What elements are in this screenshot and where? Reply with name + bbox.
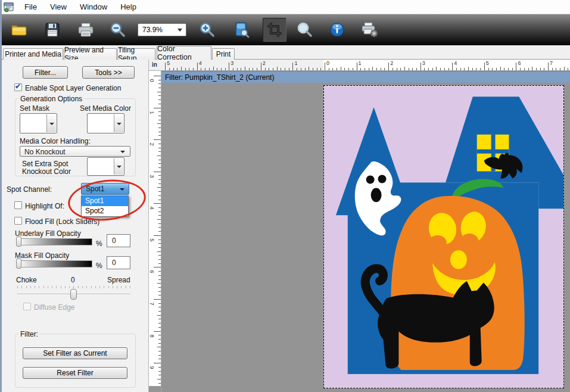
diffuse-edge-label: Diffuse Edge — [34, 303, 75, 312]
underlay-opacity-label: Underlay Fill Opacity — [15, 229, 81, 238]
choke-tick-marks — [17, 286, 130, 288]
underlay-opacity-input[interactable]: 0 — [107, 234, 130, 247]
filter-button[interactable]: Filter... — [23, 66, 68, 79]
flood-fill-checkbox[interactable] — [14, 217, 22, 225]
filter-group-legend: Filter: — [18, 330, 40, 338]
diffuse-edge-checkbox — [23, 303, 31, 310]
chevron-down-icon[interactable] — [114, 114, 123, 132]
chevron-down-icon[interactable] — [114, 158, 123, 175]
zoom-level-value: 73.9% — [138, 26, 163, 34]
ruler-gray-tail — [149, 386, 161, 392]
enable-spot-layer-label: Enable Spot Layer Generation — [25, 84, 121, 92]
underlay-opacity-slider[interactable] — [18, 238, 92, 245]
menu-help[interactable]: Help — [114, 0, 143, 14]
magnifier-icon[interactable] — [295, 20, 315, 40]
chevron-down-icon — [177, 29, 182, 32]
zoom-level-combobox[interactable]: 73.9% — [138, 23, 186, 36]
menu-file[interactable]: File — [18, 0, 43, 14]
tab-strip: Printer and Media Preview and Size Tilin… — [2, 45, 570, 60]
spread-label: Spread — [107, 276, 130, 284]
mask-opacity-label: Mask Fill Opacity — [15, 251, 69, 260]
set-mask-label: Set Mask — [20, 104, 49, 113]
extra-spot-label-line2: Knockout Color — [22, 167, 71, 176]
generation-options-legend: Generation Options — [18, 95, 84, 103]
extra-spot-label-line1: Set Extra Spot — [22, 160, 68, 168]
zoom-in-icon[interactable] — [197, 20, 217, 40]
set-media-color-combobox[interactable] — [87, 113, 124, 133]
enable-spot-layer-checkbox[interactable] — [14, 83, 22, 91]
save-icon[interactable] — [42, 20, 63, 40]
set-filter-as-current-button[interactable]: Set Filter as Current — [23, 347, 127, 359]
reset-filter-button[interactable]: Reset Filter — [23, 367, 127, 379]
menu-window[interactable]: Window — [73, 0, 114, 14]
chevron-down-icon[interactable] — [46, 114, 56, 132]
open-folder-icon[interactable] — [9, 20, 29, 40]
preview-canvas[interactable] — [161, 83, 570, 392]
choke-slider-thumb[interactable] — [70, 289, 77, 300]
color-correction-panel: Filter... Tools >> Enable Spot Layer Gen… — [2, 60, 149, 392]
set-mask-combobox[interactable] — [20, 113, 57, 133]
tab-color-correction[interactable]: Color Correction — [157, 46, 211, 60]
mask-percent-sign: % — [96, 262, 102, 270]
main-toolbar: 73.9% — [2, 14, 570, 45]
tab-preview-and-size[interactable]: Preview and Size — [64, 48, 117, 60]
mask-opacity-slider-thumb[interactable] — [16, 259, 21, 269]
choke-center-value: 0 — [71, 276, 75, 284]
print-setup-icon[interactable] — [359, 20, 379, 40]
tab-tiling-setup[interactable]: Tiling Setup — [117, 48, 155, 60]
filter-group — [15, 334, 136, 388]
media-color-handling-label: Media Color Handling: — [20, 137, 91, 145]
menu-bar: File View Window Help — [2, 0, 570, 14]
crop-icon[interactable] — [263, 18, 286, 42]
ruler-unit-label: in — [152, 61, 157, 68]
tab-printer-and-media[interactable]: Printer and Media — [3, 48, 63, 60]
app-window: File View Window Help — [0, 0, 570, 392]
menu-view[interactable]: View — [43, 0, 73, 14]
print-icon[interactable] — [76, 20, 96, 40]
tools-button[interactable]: Tools >> — [82, 66, 135, 79]
set-media-color-label: Set Media Color — [80, 104, 131, 113]
tab-print[interactable]: Print — [212, 48, 235, 60]
media-color-handling-combobox[interactable]: No Knockout — [20, 146, 130, 157]
canvas-title-bar: Filter: Pumpkin_TShirt_2 (Current) — [161, 71, 570, 83]
artwork-pumpkin-tshirt[interactable] — [323, 85, 564, 388]
zoom-out-icon[interactable] — [108, 20, 128, 40]
canvas-title-text: Filter: Pumpkin_TShirt_2 (Current) — [165, 73, 274, 82]
underlay-opacity-slider-thumb[interactable] — [16, 237, 21, 247]
fit-view-icon[interactable] — [232, 20, 252, 40]
highlight-of-checkbox[interactable] — [14, 201, 22, 209]
extra-spot-knockout-color-combobox[interactable] — [87, 157, 124, 176]
app-icon — [4, 2, 14, 13]
highlight-of-label: Highlight Of: — [25, 202, 64, 210]
media-color-handling-value: No Knockout — [24, 148, 66, 156]
chevron-down-icon — [120, 151, 125, 153]
info-icon[interactable] — [327, 20, 347, 40]
underlay-percent-sign: % — [96, 239, 102, 248]
choke-label: Choke — [16, 276, 37, 284]
mask-opacity-input[interactable]: 0 — [107, 256, 130, 269]
horizontal-ruler: in 5432101234567 — [149, 60, 570, 71]
mask-opacity-slider[interactable] — [18, 260, 92, 267]
vertical-ruler: 0123456789 — [149, 71, 161, 392]
spot-channel-label: Spot Channel: — [7, 185, 52, 194]
